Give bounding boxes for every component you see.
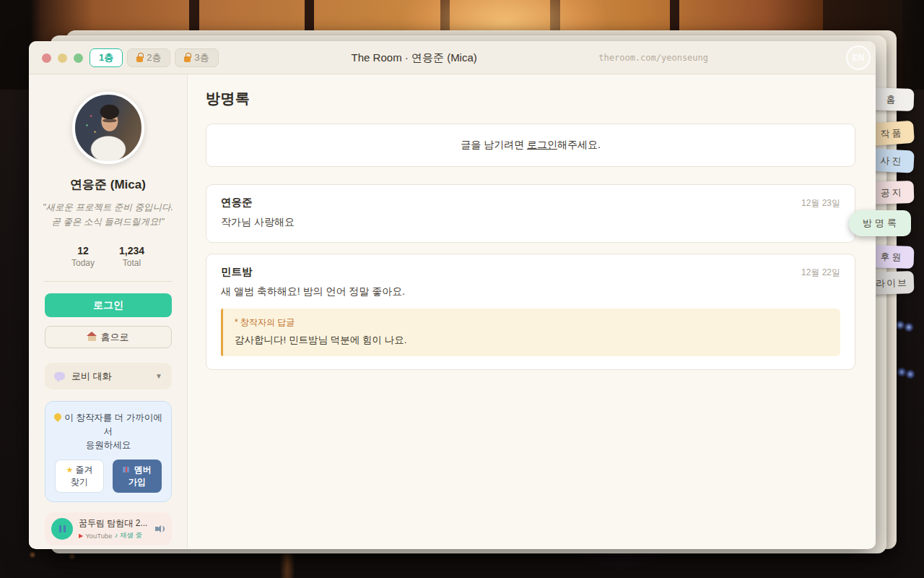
house-icon [88,336,96,341]
side-tab-label: 공지 [878,186,904,199]
playing-status: ♪ 재생 중 [115,531,143,540]
lobby-chat-dropdown[interactable]: 로비 대화 ▼ [45,363,172,389]
entry-author: 민트밤 [221,265,253,279]
creator-reply-label: * 창작자의 답글 [235,316,829,329]
lock-icon [184,56,191,62]
minimize-button[interactable] [58,53,67,63]
entry-author: 연응준 [221,196,253,210]
member-join-button[interactable]: 멤버 가입 [113,460,162,493]
member-join-label: 멤버 [134,465,152,475]
track-source: ▶ YouTube ♪ 재생 중 [79,531,149,540]
floor-tab-label: 2층 [147,51,161,64]
close-button[interactable] [42,53,51,63]
support-box: 이 창작자를 더 가까이에서 응원하세요 ★ 즐겨 찾기 멤버 가입 [45,401,172,502]
stat-total: 1,234 Total [119,245,144,268]
side-tab-label: 방명록 [860,217,899,230]
chevron-down-icon: ▼ [155,372,162,380]
stat-value: 1,234 [119,245,144,256]
room-window: 1층 2층 3층 The Room · 연응준 (Mica) theroom.c… [29,41,876,549]
language-toggle-button[interactable]: EN [846,46,871,70]
star-icon: ★ [66,465,73,474]
side-tab-label: 후원 [878,250,904,264]
youtube-play-icon: ▶ [79,532,83,539]
stat-value: 12 [71,245,95,256]
stat-today: 12 Today [71,245,95,268]
speaker-icon[interactable] [155,525,165,533]
pause-button[interactable] [51,518,73,540]
pause-icon [64,525,66,532]
window-controls [42,53,83,63]
window-url: theroom.com/yeonseung [598,53,708,63]
floor-tab-2-locked[interactable]: 2층 [127,48,170,67]
profile-quote-line: 곧 좋은 소식 들려드릴게요!" [29,215,187,229]
favorite-label: 즐겨 [76,465,93,475]
pause-icon [59,525,61,532]
guestbook-entry: 민트밤 12월 22일 새 앨범 축하해요! 밤의 언어 정말 좋아요. * 창… [206,254,855,370]
page-title: 방명록 [206,89,855,108]
zoom-button[interactable] [74,53,83,63]
visitor-stats: 12 Today 1,234 Total [29,245,187,268]
side-tab-label: 홈 [884,92,898,106]
member-join-label: 가입 [128,477,146,487]
lobby-chat-label: 로비 대화 [71,370,112,383]
creator-reply: * 창작자의 답글 감사합니다! 민트밤님 덕분에 힘이 나요. [221,309,840,356]
entry-text: 새 앨범 축하해요! 밤의 언어 정말 좋아요. [221,285,840,298]
support-message: 이 창작자를 더 가까이에서 응원하세요 [51,411,165,452]
chat-bubble-icon [54,372,65,380]
entry-date: 12월 23일 [801,197,840,210]
window-title: The Room · 연응준 (Mica) [352,51,477,65]
guestbook-page: 방명록 글을 남기려면 로그인해주세요. 연응준 12월 23일 작가님 사랑해… [188,74,876,548]
profile-quote: "새로운 프로젝트 준비 중입니다. 곧 좋은 소식 들려드릴게요!" [29,200,187,229]
login-prompt-prefix: 글을 남기려면 [461,139,527,150]
avatar [72,92,144,164]
go-home-label: 홈으로 [101,331,129,344]
side-tab-guestbook-active[interactable]: 방명록 [849,210,911,236]
support-message-line: 응원하세요 [51,439,165,452]
profile-quote-line: "새로운 프로젝트 준비 중입니다. [29,200,187,215]
profile-sidebar: 연응준 (Mica) "새로운 프로젝트 준비 중입니다. 곧 좋은 소식 들려… [29,74,188,548]
stat-label: Total [119,258,144,268]
divider [43,281,173,282]
track-title: 꿈두림 탐험대 2... [79,517,149,530]
guestbook-entry: 연응준 12월 23일 작가님 사랑해요 [206,184,855,243]
side-tab-label: 작품 [878,126,904,140]
titlebar: 1층 2층 3층 The Room · 연응준 (Mica) theroom.c… [29,41,876,74]
side-tab-label: 라이브 [873,276,909,290]
entry-date: 12월 22일 [801,267,840,279]
stat-label: Today [71,258,95,268]
gift-icon [123,467,129,473]
floor-tab-label: 3층 [194,51,209,64]
bell-icon [53,412,63,422]
creator-reply-text: 감사합니다! 민트밤님 덕분에 힘이 나요. [235,334,829,347]
go-home-button[interactable]: 홈으로 [45,326,172,348]
login-link[interactable]: 로그인 [527,139,557,150]
support-message-line: 이 창작자를 더 가까이에서 [64,413,162,436]
floor-tab-1[interactable]: 1층 [90,48,123,67]
login-prompt-suffix: 해주세요. [557,139,601,150]
music-player: 꿈두림 탐험대 2... ▶ YouTube ♪ 재생 중 [45,512,172,545]
floor-tab-label: 1층 [99,51,113,64]
floor-tabs: 1층 2층 3층 [90,48,219,67]
floor-tab-3-locked[interactable]: 3층 [175,48,218,67]
screen: 홈 작품 사진 공지 방명록 후원 라이브 1층 2층 3층 [0,0,924,578]
login-button[interactable]: 로그인 [45,293,172,317]
favorite-label: 찾기 [71,477,88,487]
entry-text: 작가님 사랑해요 [221,216,840,229]
login-prompt: 글을 남기려면 로그인해주세요. [461,139,601,152]
side-tab-label: 사진 [878,154,904,168]
favorite-button[interactable]: ★ 즐겨 찾기 [55,460,104,493]
login-prompt-box: 글을 남기려면 로그인해주세요. [206,124,855,167]
track-info: 꿈두림 탐험대 2... ▶ YouTube ♪ 재생 중 [79,517,149,540]
source-label: YouTube [85,532,112,540]
profile-name: 연응준 (Mica) [29,176,187,193]
lock-icon [136,56,143,62]
